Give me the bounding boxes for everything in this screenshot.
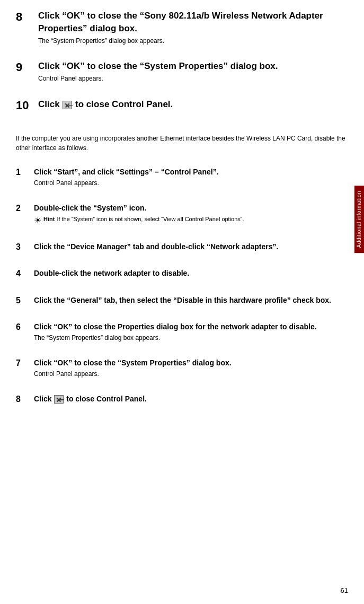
step-10: 10 Click to close Control Panel. bbox=[16, 98, 348, 113]
step-sub-text: The “System Properties” dialog box appea… bbox=[34, 334, 348, 343]
step-main-text: Click to close Control Panel. bbox=[34, 393, 348, 404]
step-number: 3 bbox=[16, 241, 31, 253]
step-content: Double-click the network adapter to disa… bbox=[34, 268, 348, 278]
step-number: 4 bbox=[16, 268, 31, 279]
step-main-text: Click “OK” to close the “System Properti… bbox=[34, 357, 348, 368]
step-number: 5 bbox=[16, 295, 31, 307]
step-8-bottom: 8 Click to close Control Panel. bbox=[16, 393, 348, 405]
step-content: Click to close Control Panel. bbox=[34, 393, 348, 404]
step-content: Click “OK” to close the “Sony 802.11a/b … bbox=[38, 10, 348, 45]
step-sub-text: The “System Properties” dialog box appea… bbox=[38, 37, 348, 46]
step-number: 6 bbox=[16, 321, 31, 333]
step-5: 5 Click the “General” tab, then select t… bbox=[16, 295, 348, 307]
text-before-icon: Click bbox=[34, 395, 54, 403]
step-number: 9 bbox=[16, 60, 36, 75]
step-7: 7 Click “OK” to close the “System Proper… bbox=[16, 357, 348, 379]
x-icon bbox=[67, 105, 73, 106]
hint-block: ☀ Hint If the “System” icon is not shown… bbox=[34, 215, 348, 226]
step-number: 8 bbox=[16, 10, 36, 25]
step-content: Click “OK” to close the “System Properti… bbox=[34, 357, 348, 379]
step-content: Click to close Control Panel. bbox=[38, 98, 348, 111]
step-number: 2 bbox=[16, 203, 31, 214]
close-panel-icon bbox=[63, 101, 72, 109]
step-main-text: Click “OK” to close the “Sony 802.11a/b … bbox=[38, 10, 348, 35]
x-icon bbox=[59, 399, 64, 400]
step-8-top: 8 Click “OK” to close the “Sony 802.11a/… bbox=[16, 10, 348, 45]
step-main-text: Double-click the “System” icon. bbox=[34, 203, 348, 213]
hint-label: Hint bbox=[43, 215, 55, 223]
hint-icon: ☀ bbox=[34, 215, 41, 226]
step-sub-text: Control Panel appears. bbox=[34, 179, 348, 188]
step-main-text: Click to close Control Panel. bbox=[38, 98, 348, 111]
step-1: 1 Click “Start”, and click “Settings” – … bbox=[16, 167, 348, 188]
text-after-icon: to close Control Panel. bbox=[66, 395, 147, 403]
step-4: 4 Double-click the network adapter to di… bbox=[16, 268, 348, 279]
text-before-icon: Click bbox=[38, 99, 62, 109]
step-number: 10 bbox=[16, 98, 36, 113]
step-sub-text: Control Panel appears. bbox=[38, 74, 348, 83]
close-panel-icon bbox=[54, 395, 64, 404]
step-content: Click “OK” to close the Properties dialo… bbox=[34, 321, 348, 343]
step-number: 7 bbox=[16, 357, 31, 369]
step-9: 9 Click “OK” to close the “System Proper… bbox=[16, 60, 348, 83]
step-content: Click the “General” tab, then select the… bbox=[34, 295, 348, 305]
page-container: Additional information 8 Click “OK” to c… bbox=[0, 0, 364, 604]
step-content: Click the “Device Manager” tab and doubl… bbox=[34, 241, 348, 252]
section-text: If the computer you are using incorporat… bbox=[16, 134, 348, 153]
step-main-text: Click “OK” to close the “System Properti… bbox=[38, 60, 348, 73]
sidebar-tab: Additional information bbox=[354, 186, 364, 253]
step-main-text: Click the “Device Manager” tab and doubl… bbox=[34, 241, 348, 252]
page-number: 61 bbox=[341, 587, 348, 594]
step-2: 2 Double-click the “System” icon. ☀ Hint… bbox=[16, 203, 348, 226]
hint-text: If the “System” icon is not shown, selec… bbox=[57, 215, 244, 223]
step-main-text: Click “Start”, and click “Settings” – “C… bbox=[34, 167, 348, 177]
text-after-icon: to close Control Panel. bbox=[75, 99, 173, 109]
step-main-text: Double-click the network adapter to disa… bbox=[34, 268, 348, 278]
step-main-text: Click the “General” tab, then select the… bbox=[34, 295, 348, 305]
step-number: 8 bbox=[16, 393, 31, 405]
sidebar-label: Additional information bbox=[356, 191, 362, 248]
step-content: Click “OK” to close the “System Properti… bbox=[38, 60, 348, 83]
step-content: Click “Start”, and click “Settings” – “C… bbox=[34, 167, 348, 188]
step-main-text: Click “OK” to close the Properties dialo… bbox=[34, 321, 348, 332]
step-content: Double-click the “System” icon. ☀ Hint I… bbox=[34, 203, 348, 226]
step-3: 3 Click the “Device Manager” tab and dou… bbox=[16, 241, 348, 253]
step-sub-text: Control Panel appears. bbox=[34, 370, 348, 379]
step-6: 6 Click “OK” to close the Properties dia… bbox=[16, 321, 348, 343]
step-number: 1 bbox=[16, 167, 31, 178]
